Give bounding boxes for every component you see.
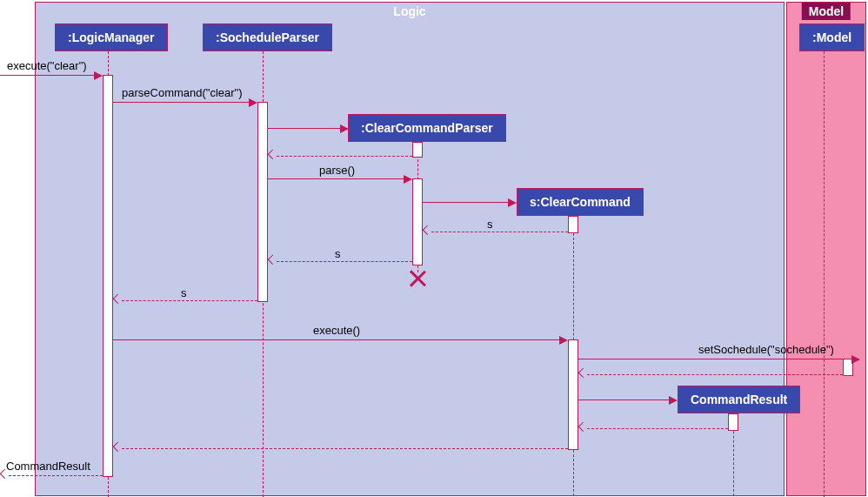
- arrowhead-execute-2: [559, 336, 568, 345]
- arrow-execute-1: [0, 75, 96, 76]
- arrow-create-cc: [423, 202, 510, 203]
- arrowhead-parse: [404, 175, 412, 184]
- arrowhead-set-sochedule: [851, 355, 860, 364]
- arrow-parse-command: [113, 102, 250, 103]
- activation-sochedule-parser: [257, 102, 268, 302]
- activation-clear-command-2: [568, 339, 578, 450]
- activation-clear-command-parser-1: [412, 142, 423, 158]
- msg-return-s3: s: [181, 286, 187, 299]
- arrowhead-parse-command: [249, 98, 257, 107]
- msg-execute-1: execute("clear"): [7, 59, 87, 72]
- participant-clear-command: s:ClearCommand: [517, 188, 644, 216]
- arrow-execute-2: [113, 339, 561, 340]
- msg-return-s2: s: [335, 247, 341, 260]
- msg-execute-2: execute(): [313, 324, 360, 337]
- arrow-return-cr: [587, 428, 728, 429]
- msg-return-s1: s: [487, 218, 493, 231]
- arrow-parse: [268, 178, 405, 179]
- arrowhead-create-cr: [669, 396, 678, 405]
- destroy-ccp: [409, 270, 426, 287]
- arrowhead-execute-1: [94, 71, 103, 80]
- arrow-return-lm: [122, 448, 568, 449]
- frame-model-header: Model: [802, 3, 851, 20]
- arrow-create-ccp: [268, 128, 342, 129]
- participant-logic-manager: :LogicManager: [55, 24, 168, 51]
- msg-return-command-result: CommandResult: [6, 460, 90, 473]
- arrow-return-s2: [277, 261, 412, 262]
- lifeline-model: [824, 51, 825, 497]
- participant-clear-command-parser: :ClearCommandParser: [348, 114, 506, 142]
- activation-clear-command-parser-2: [412, 178, 423, 265]
- activation-command-result: [728, 413, 738, 431]
- participant-model: :Model: [799, 24, 865, 51]
- arrowhead-create-cc: [508, 198, 517, 207]
- participant-command-result: CommandResult: [678, 386, 800, 413]
- msg-parse-command: parseCommand("clear"): [122, 86, 243, 99]
- msg-set-sochedule: setSochedule("sochedule"): [698, 343, 834, 356]
- activation-clear-command-1: [568, 216, 578, 233]
- msg-parse: parse(): [319, 164, 355, 177]
- arrow-create-cr: [578, 400, 671, 400]
- arrowhead-create-ccp: [340, 124, 349, 133]
- arrow-return-s1: [431, 232, 568, 232]
- activation-logic-manager: [103, 75, 113, 477]
- participant-sochedule-parser: :SocheduleParser: [203, 24, 332, 51]
- arrow-return-ccp-create: [277, 156, 412, 157]
- frame-logic: Logic: [35, 2, 785, 496]
- arrow-set-sochedule: [578, 359, 853, 359]
- arrow-return-s3: [122, 300, 257, 301]
- frame-model: Model: [786, 2, 866, 496]
- arrow-return-ext: [9, 475, 103, 476]
- frame-logic-header: Logic: [386, 3, 432, 20]
- arrow-return-model: [587, 374, 843, 375]
